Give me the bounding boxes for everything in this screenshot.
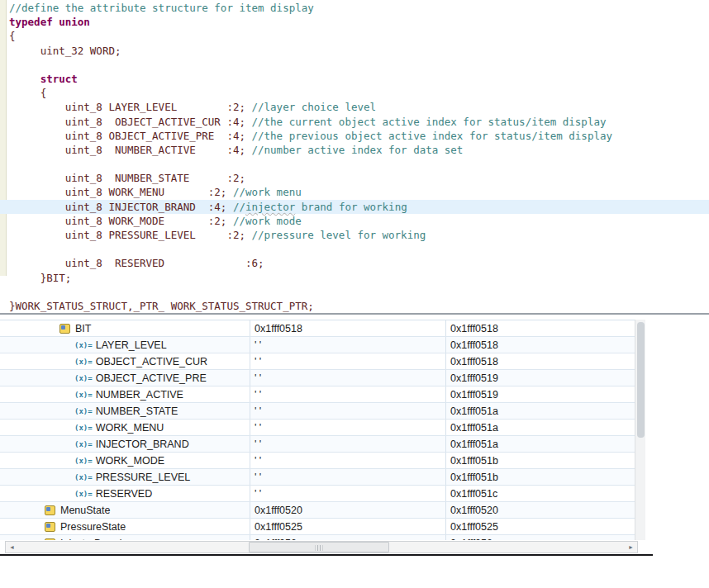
code-segment: }BIT;: [9, 272, 71, 284]
variable-address: 0x1fff051b: [446, 453, 635, 468]
scroll-right-button[interactable]: ►: [625, 542, 637, 552]
code-segment: struct: [40, 73, 78, 85]
variable-name: RESERVED: [96, 488, 153, 500]
code-line[interactable]: struct: [0, 72, 709, 86]
code-line-highlighted[interactable]: uint_8 INJECTOR_BRAND :4; //injector bra…: [0, 200, 709, 214]
code-line[interactable]: //define the attribute structure for ite…: [0, 1, 709, 15]
code-lines: //define the attribute structure for ite…: [0, 1, 709, 313]
code-line[interactable]: uint_8 RESERVED :6;: [0, 256, 709, 270]
code-segment: uint_8 PRESSURE_LEVEL :2;: [9, 229, 252, 241]
variable-name: OBJECT_ACTIVE_PRE: [96, 372, 207, 384]
code-line[interactable]: [0, 242, 709, 256]
struct-icon: [45, 505, 55, 515]
scroll-left-button[interactable]: ◄: [6, 542, 18, 552]
table-row[interactable]: (x)=NUMBER_STATE' '0x1fff051a: [0, 403, 635, 420]
table-row[interactable]: (x)=OBJECT_ACTIVE_CUR' '0x1fff0518: [0, 353, 635, 370]
code-line[interactable]: uint_8 NUMBER_STATE :2;: [0, 171, 709, 185]
code-line[interactable]: uint_8 WORK_MODE :2; //work mode: [0, 214, 709, 228]
vertical-scrollbar[interactable]: [635, 320, 645, 540]
vertical-scrollbar-thumb[interactable]: [637, 322, 645, 438]
table-row[interactable]: PressureState0x1fff05250x1fff0525: [0, 519, 635, 535]
variable-icon: (x)=: [74, 490, 93, 498]
variable-address: 0x1fff0518: [446, 320, 635, 336]
table-row[interactable]: (x)=LAYER_LEVEL' '0x1fff0518: [0, 337, 635, 353]
variable-icon: (x)=: [74, 341, 93, 349]
horizontal-scrollbar[interactable]: ◄ ►: [5, 541, 638, 553]
variable-value: 0x1fff0518: [250, 320, 446, 336]
struct-icon: [45, 538, 55, 541]
variable-value: ' ': [250, 386, 446, 402]
variable-value: ' ': [250, 453, 446, 468]
table-row[interactable]: (x)=RESERVED' '0x1fff051c: [0, 486, 635, 502]
code-line[interactable]: uint_32 WORD;: [0, 44, 709, 58]
variable-icon: (x)=: [74, 457, 93, 465]
variable-address: 0x1fff052a: [446, 535, 635, 540]
code-segment: uint_8 NUMBER_ACTIVE :4;: [9, 144, 252, 156]
code-line[interactable]: uint_8 LAYER_LEVEL :2; //layer choice le…: [0, 100, 709, 114]
table-row[interactable]: (x)=WORK_MENU' '0x1fff051a: [0, 420, 635, 436]
code-line[interactable]: [0, 58, 709, 72]
variable-value: ' ': [250, 337, 446, 353]
code-line[interactable]: uint_8 WORK_MENU :2; //work menu: [0, 185, 709, 199]
variable-address: 0x1fff051a: [446, 403, 635, 419]
code-line[interactable]: }BIT;: [0, 271, 709, 285]
table-row[interactable]: InjectorBrand0x1fff052a0x1fff052a: [0, 535, 635, 540]
variable-name: PRESSURE_LEVEL: [96, 472, 191, 483]
code-line[interactable]: {: [0, 86, 709, 100]
variable-value: ' ': [250, 436, 446, 452]
code-segment: uint_8 LAYER_LEVEL :2;: [9, 101, 252, 113]
table-row[interactable]: (x)=INJECTOR_BRAND' '0x1fff051a: [0, 436, 635, 453]
code-line[interactable]: uint_8 NUMBER_ACTIVE :4; //number active…: [0, 143, 709, 157]
variable-address: 0x1fff051a: [446, 420, 635, 435]
horizontal-scrollbar-thumb[interactable]: [249, 542, 389, 552]
variable-name: NUMBER_STATE: [96, 405, 178, 417]
code-line[interactable]: [0, 285, 709, 299]
code-segment: uint_8 INJECTOR_BRAND :4;: [9, 201, 233, 213]
table-row[interactable]: BIT0x1fff05180x1fff0518: [0, 320, 635, 337]
table-row[interactable]: (x)=OBJECT_ACTIVE_PRE' '0x1fff0519: [0, 370, 635, 386]
table-row[interactable]: (x)=PRESSURE_LEVEL' '0x1fff051b: [0, 469, 635, 486]
code-segment: //work mode: [233, 215, 302, 227]
code-segment: //the current object active index for st…: [252, 116, 607, 128]
code-line[interactable]: typedef union: [0, 15, 709, 29]
variable-value: ' ': [250, 353, 446, 369]
variable-name: WORK_MENU: [96, 422, 164, 434]
variable-name: WORK_MODE: [96, 455, 164, 467]
variable-name: INJECTOR_BRAND: [96, 439, 189, 450]
variable-name: NUMBER_ACTIVE: [96, 389, 183, 401]
table-row[interactable]: MenuState0x1fff05200x1fff0520: [0, 502, 635, 519]
variable-value: 0x1fff052a: [250, 535, 446, 540]
variable-name: LAYER_LEVEL: [96, 339, 167, 351]
variable-value: ' ': [250, 403, 446, 419]
table-row[interactable]: (x)=NUMBER_ACTIVE' '0x1fff0519: [0, 386, 635, 403]
horizontal-scrollbar-track[interactable]: [18, 542, 625, 552]
code-line[interactable]: uint_8 OBJECT_ACTIVE_CUR :4; //the curre…: [0, 115, 709, 129]
variable-value: 0x1fff0520: [250, 502, 446, 518]
variable-name: InjectorBrand: [60, 538, 121, 541]
struct-icon: [45, 522, 55, 532]
code-line[interactable]: uint_8 PRESSURE_LEVEL :2; //pressure lev…: [0, 228, 709, 242]
scroll-left-icon: ◄: [9, 544, 15, 550]
code-segment: [9, 73, 40, 85]
table-row[interactable]: (x)=WORK_MODE' '0x1fff051b: [0, 453, 635, 469]
variable-name: OBJECT_ACTIVE_CUR: [96, 356, 207, 368]
variable-address: 0x1fff051c: [446, 486, 635, 501]
code-segment: {: [9, 30, 16, 42]
view-bottom-border: [0, 554, 653, 556]
code-line[interactable]: }WORK_STATUS_STRUCT,_PTR_ WORK_STATUS_ST…: [0, 299, 709, 313]
variable-icon: (x)=: [74, 374, 93, 382]
variable-icon: (x)=: [74, 440, 93, 448]
code-line[interactable]: [0, 157, 709, 171]
code-line[interactable]: uint_8 OBJECT_ACTIVE_PRE :4; //the previ…: [0, 129, 709, 143]
code-line[interactable]: {: [0, 29, 709, 43]
code-editor[interactable]: //define the attribute structure for ite…: [0, 0, 709, 313]
code-segment: typedef union: [9, 16, 90, 28]
variable-value: ' ': [250, 420, 446, 435]
variable-name: PressureState: [60, 521, 126, 533]
code-segment: //pressure level for working: [252, 229, 426, 241]
code-segment: uint_8 NUMBER_STATE :2;: [9, 172, 245, 184]
variable-value: ' ': [250, 370, 446, 386]
code-segment: uint_8 WORK_MENU :2;: [9, 186, 233, 198]
variable-value: ' ': [250, 469, 446, 485]
variable-name: BIT: [75, 323, 91, 334]
